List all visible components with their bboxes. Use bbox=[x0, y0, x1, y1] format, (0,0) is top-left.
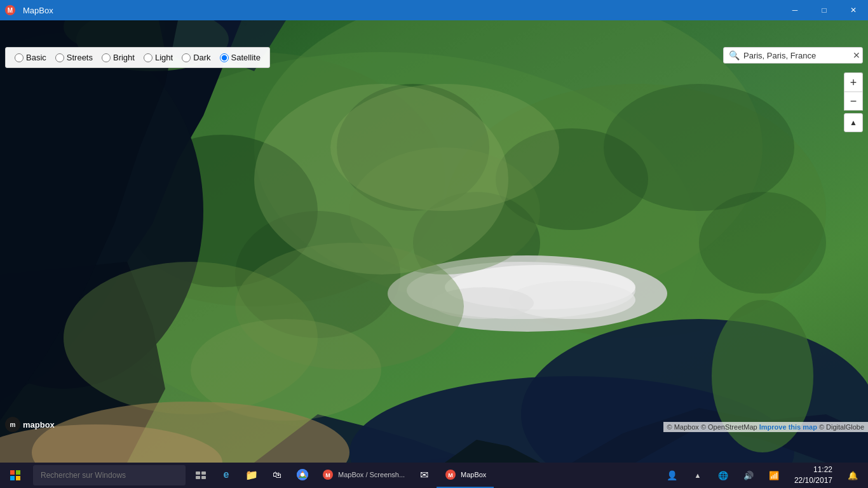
style-option-bright[interactable]: Bright bbox=[102, 53, 135, 62]
style-radio-basic[interactable] bbox=[15, 53, 24, 62]
mapbox-logo-text: mapbox bbox=[23, 420, 55, 430]
system-clock[interactable]: 11:22 22/10/2017 bbox=[789, 464, 837, 486]
svg-text:M: M bbox=[448, 472, 453, 478]
explorer-icon: 📁 bbox=[245, 468, 258, 481]
clock-time: 11:22 bbox=[794, 464, 832, 475]
taskbar-app-mapbox[interactable]: M MapBox bbox=[437, 463, 494, 488]
people-icon-button[interactable]: 👤 bbox=[662, 465, 682, 485]
map-style-toolbar: Basic Streets Bright Light Dark Satellit… bbox=[5, 47, 270, 68]
style-label-bright[interactable]: Bright bbox=[113, 53, 135, 62]
zoom-out-button[interactable]: − bbox=[844, 92, 863, 111]
chevron-up-button[interactable]: ▲ bbox=[688, 465, 708, 485]
chrome-icon bbox=[296, 468, 309, 481]
taskbar-app-mail[interactable]: ✉ bbox=[411, 463, 437, 488]
titlebar-title: MapBox bbox=[23, 6, 780, 15]
taskbar-app-store[interactable]: 🛍 bbox=[264, 463, 290, 488]
svg-point-51 bbox=[301, 473, 304, 477]
maximize-button[interactable]: □ bbox=[810, 0, 839, 20]
svg-rect-43 bbox=[10, 476, 15, 480]
store-icon: 🛍 bbox=[271, 468, 283, 481]
north-button[interactable]: ▲ bbox=[844, 113, 863, 132]
style-radio-streets[interactable] bbox=[55, 53, 64, 62]
minimize-button[interactable]: ─ bbox=[780, 0, 810, 20]
svg-point-13 bbox=[699, 192, 826, 294]
zoom-controls: + − ▲ bbox=[844, 72, 863, 132]
start-button[interactable] bbox=[0, 463, 31, 488]
attribution-text-before: © Mapbox © OpenStreetMap bbox=[667, 423, 759, 431]
search-container: 🔍 ✕ bbox=[723, 47, 863, 64]
svg-rect-44 bbox=[16, 476, 20, 480]
mapbox-logo: m mapbox bbox=[5, 417, 55, 432]
taskbar-app-edge[interactable]: e bbox=[214, 463, 239, 488]
map-background bbox=[0, 20, 868, 463]
style-label-streets[interactable]: Streets bbox=[67, 53, 93, 62]
notification-button[interactable]: 🔔 bbox=[843, 465, 863, 485]
style-label-dark[interactable]: Dark bbox=[193, 53, 210, 62]
zoom-in-button[interactable]: + bbox=[844, 72, 863, 92]
attribution-text-after: © DigitalGlobe bbox=[817, 423, 864, 431]
svg-rect-47 bbox=[196, 476, 200, 479]
mapbox-logo-icon: m bbox=[5, 417, 20, 432]
volume-icon-button[interactable]: 🔊 bbox=[738, 465, 759, 485]
mapbox-screenshot-icon: M bbox=[322, 468, 334, 481]
map-attribution: © Mapbox © OpenStreetMap Improve this ma… bbox=[663, 422, 868, 432]
search-icon: 🔍 bbox=[729, 50, 740, 60]
taskbar-app-explorer[interactable]: 📁 bbox=[239, 463, 264, 488]
clear-search-button[interactable]: ✕ bbox=[850, 50, 860, 60]
close-button[interactable]: ✕ bbox=[839, 0, 868, 20]
mapbox-screenshot-label: MapBox / Screensh... bbox=[338, 471, 405, 478]
improve-map-link[interactable]: Improve this map bbox=[759, 423, 817, 431]
style-option-basic[interactable]: Basic bbox=[15, 53, 46, 62]
svg-rect-48 bbox=[201, 476, 206, 479]
svg-rect-46 bbox=[201, 471, 206, 475]
mapbox-active-label: MapBox bbox=[461, 471, 486, 478]
taskbar-app-chrome[interactable] bbox=[290, 463, 315, 488]
style-label-light[interactable]: Light bbox=[155, 53, 173, 62]
svg-point-12 bbox=[604, 84, 794, 211]
titlebar-icon: M bbox=[0, 0, 20, 20]
taskbar-app-mapbox-screenshot[interactable]: M MapBox / Screensh... bbox=[315, 463, 411, 488]
svg-rect-42 bbox=[16, 470, 20, 475]
style-radio-satellite[interactable] bbox=[220, 53, 229, 62]
style-option-dark[interactable]: Dark bbox=[182, 53, 210, 62]
style-option-streets[interactable]: Streets bbox=[55, 53, 93, 62]
titlebar: M MapBox ─ □ ✕ bbox=[0, 0, 868, 20]
search-input[interactable] bbox=[743, 51, 850, 60]
svg-rect-41 bbox=[10, 470, 15, 475]
map-container[interactable]: Basic Streets Bright Light Dark Satellit… bbox=[0, 20, 868, 463]
network-icon-button[interactable]: 🌐 bbox=[713, 465, 733, 485]
style-label-basic[interactable]: Basic bbox=[26, 53, 46, 62]
task-view-button[interactable] bbox=[188, 463, 214, 488]
mail-icon: ✉ bbox=[417, 468, 430, 481]
style-label-satellite[interactable]: Satellite bbox=[231, 53, 261, 62]
svg-text:M: M bbox=[8, 7, 13, 14]
style-radio-dark[interactable] bbox=[182, 53, 191, 62]
mapbox-active-icon: M bbox=[444, 468, 457, 481]
wifi-icon-button[interactable]: 📶 bbox=[764, 465, 784, 485]
titlebar-controls: ─ □ ✕ bbox=[780, 0, 868, 20]
svg-text:M: M bbox=[325, 472, 330, 478]
svg-point-39 bbox=[330, 84, 559, 211]
taskbar-right: 👤 ▲ 🌐 🔊 📶 11:22 22/10/2017 🔔 bbox=[662, 464, 868, 486]
taskbar-search-input[interactable] bbox=[33, 465, 186, 485]
style-radio-light[interactable] bbox=[144, 53, 153, 62]
style-radio-bright[interactable] bbox=[102, 53, 111, 62]
taskbar: e 📁 🛍 bbox=[0, 463, 868, 488]
style-option-satellite[interactable]: Satellite bbox=[220, 53, 261, 62]
style-option-light[interactable]: Light bbox=[144, 53, 173, 62]
clock-date: 22/10/2017 bbox=[794, 475, 832, 486]
svg-rect-45 bbox=[196, 471, 200, 475]
edge-icon: e bbox=[220, 468, 233, 481]
